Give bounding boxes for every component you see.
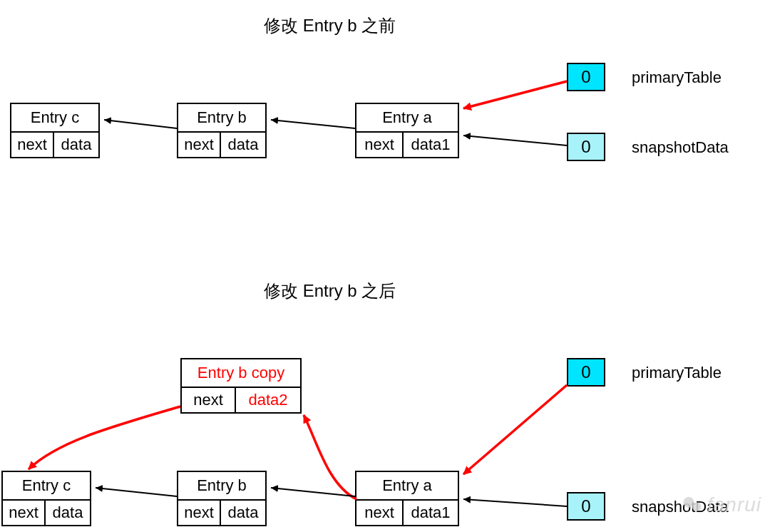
arrow-snapshot-to-a-before xyxy=(463,135,567,145)
arrow-a-to-b-after xyxy=(271,488,355,496)
arrow-bcopy-to-c-after xyxy=(29,406,180,469)
cell-data: data1 xyxy=(402,133,458,157)
node-title: Entry a xyxy=(356,472,458,501)
arrow-a-to-bcopy-after xyxy=(304,415,356,499)
cell-data: data xyxy=(220,501,265,525)
arrow-snapshot-to-a-after xyxy=(463,499,567,506)
title-before: 修改 Entry b 之前 xyxy=(264,14,396,37)
cell-next: next xyxy=(11,133,53,157)
arrow-b-to-c-after xyxy=(96,488,177,496)
watermark: fanrui xyxy=(682,493,761,516)
cell-next: next xyxy=(182,388,235,412)
node-entry-bcopy-after: Entry b copy next data2 xyxy=(180,358,302,414)
node-entry-b-before: Entry b next data xyxy=(177,103,267,158)
wechat-icon xyxy=(682,494,703,516)
cell-data: data2 xyxy=(235,388,300,412)
node-entry-a-after: Entry a next data1 xyxy=(355,471,459,526)
label-primary-after: primaryTable xyxy=(632,364,722,382)
cell-data: data xyxy=(44,501,90,525)
node-title: Entry b xyxy=(178,472,265,501)
node-title: Entry c xyxy=(11,104,98,133)
slot-snapshot-before: 0 xyxy=(567,133,605,161)
arrow-primary-to-a-before xyxy=(463,81,567,108)
watermark-text: fanrui xyxy=(707,493,761,516)
cell-data: data xyxy=(53,133,98,157)
node-title: Entry b copy xyxy=(182,359,300,388)
slot-snapshot-after: 0 xyxy=(567,492,605,521)
node-entry-c-after: Entry c next data xyxy=(1,471,91,526)
svg-point-1 xyxy=(692,502,702,511)
cell-next: next xyxy=(178,133,220,157)
cell-next: next xyxy=(3,501,44,525)
arrow-a-to-b-before xyxy=(271,120,355,128)
node-title: Entry c xyxy=(3,472,90,501)
title-after: 修改 Entry b 之后 xyxy=(264,280,396,302)
arrow-primary-to-a-after xyxy=(463,385,567,474)
node-entry-b-after: Entry b next data xyxy=(177,471,267,526)
node-entry-a-before: Entry a next data1 xyxy=(355,103,459,158)
cell-data: data1 xyxy=(402,501,458,525)
cell-next: next xyxy=(178,501,220,525)
slot-primary-before: 0 xyxy=(567,63,605,91)
label-primary-before: primaryTable xyxy=(632,68,722,87)
node-title: Entry a xyxy=(356,104,458,133)
node-title: Entry b xyxy=(178,104,265,133)
slot-primary-after: 0 xyxy=(567,358,605,387)
label-snapshot-before: snapshotData xyxy=(632,138,729,157)
cell-next: next xyxy=(356,501,402,525)
arrow-b-to-c-before xyxy=(104,120,177,128)
cell-data: data xyxy=(220,133,265,157)
cell-next: next xyxy=(356,133,402,157)
node-entry-c-before: Entry c next data xyxy=(10,103,100,158)
